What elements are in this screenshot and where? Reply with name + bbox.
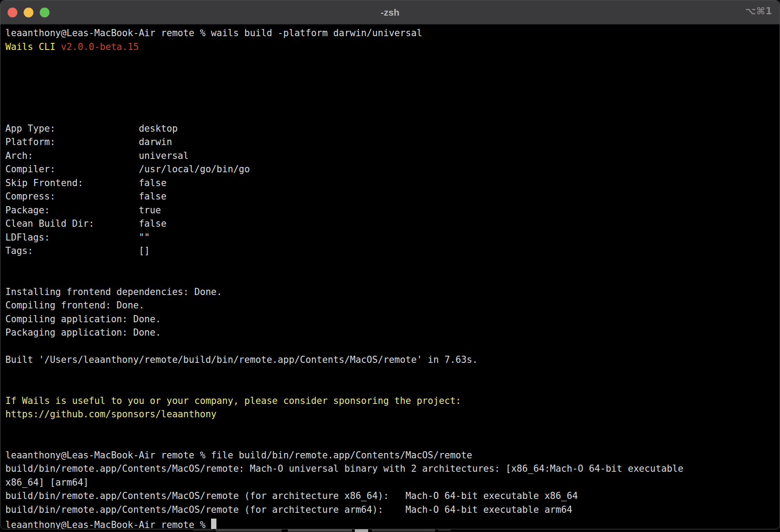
- titlebar[interactable]: -zsh ⌥⌘1: [0, 0, 780, 25]
- fullscreen-button[interactable]: [40, 8, 50, 17]
- terminal-text-segment: App Type: desktop: [5, 123, 178, 134]
- terminal-line: [5, 380, 780, 394]
- terminal-text-segment: Installing frontend dependencies: Done.: [5, 287, 222, 297]
- terminal-text-segment: build/bin/remote.app/Contents/MacOS/remo…: [5, 490, 578, 501]
- tab-shortcut-label: ⌥⌘1: [745, 6, 772, 17]
- terminal-line: x86_64] [arm64]: [5, 476, 780, 490]
- terminal-text-segment: Compiler: /usr/local/go/bin/go: [5, 164, 250, 175]
- terminal-text-segment: leaanthony@Leas-MacBook-Air remote % fil…: [5, 450, 472, 461]
- terminal-text-segment: Built '/Users/leaanthony/remote/build/bi…: [5, 354, 478, 365]
- terminal-line: Skip Frontend: false: [5, 176, 780, 190]
- terminal-line: leaanthony@Leas-MacBook-Air remote % fil…: [5, 449, 780, 462]
- sliver-fragment: [438, 529, 451, 531]
- terminal-text-segment: Clean Build Dir: false: [5, 218, 166, 229]
- terminal-line: Tags: []: [5, 244, 780, 258]
- terminal-line: build/bin/remote.app/Contents/MacOS/remo…: [5, 462, 780, 476]
- terminal-text-segment: Compiling frontend: Done.: [5, 300, 144, 311]
- terminal-line: Package: true: [5, 204, 780, 217]
- terminal-line: Arch: universal: [5, 149, 780, 163]
- terminal-window: -zsh ⌥⌘1 leaanthony@Leas-MacBook-Air rem…: [0, 0, 780, 529]
- terminal-line: build/bin/remote.app/Contents/MacOS/remo…: [5, 503, 780, 517]
- terminal-text-segment: Arch: universal: [5, 150, 189, 161]
- sliver-fragment: [216, 529, 282, 532]
- terminal-text-segment: leaanthony@Leas-MacBook-Air remote % wai…: [5, 28, 422, 38]
- terminal-line: [5, 435, 780, 449]
- terminal-line: leaanthony@Leas-MacBook-Air remote %: [5, 516, 780, 529]
- terminal-line: Clean Build Dir: false: [5, 217, 780, 231]
- terminal-line: Wails CLI v2.0.0-beta.15: [5, 40, 780, 54]
- terminal-text-segment: Tags: []: [5, 245, 150, 256]
- terminal-line: Packaging application: Done.: [5, 326, 780, 340]
- window-title: -zsh: [381, 7, 399, 18]
- traffic-lights: [8, 8, 50, 17]
- terminal-line: [5, 67, 780, 81]
- terminal-line: [5, 421, 780, 435]
- terminal-text-segment: LDFlags: "": [5, 232, 150, 243]
- terminal-line: [5, 340, 780, 353]
- cursor-block: [211, 519, 217, 529]
- terminal-line: Installing frontend dependencies: Done.: [5, 285, 780, 299]
- sliver-fragment: [288, 529, 352, 532]
- terminal-line: [5, 95, 780, 108]
- terminal-text-segment: Compiling application: Done.: [5, 314, 161, 324]
- terminal-text-segment: x86_64] [arm64]: [5, 477, 89, 488]
- sliver-fragment: [372, 529, 435, 532]
- terminal-line: Built '/Users/leaanthony/remote/build/bi…: [5, 353, 780, 367]
- terminal-text-segment: Platform: darwin: [5, 137, 172, 147]
- terminal-line: Compress: false: [5, 190, 780, 204]
- terminal-line: Platform: darwin: [5, 135, 780, 149]
- terminal-text-segment: Compress: false: [5, 191, 166, 202]
- terminal-line: [5, 367, 780, 381]
- terminal-text-segment: v2.0.0-beta.15: [61, 42, 139, 52]
- terminal-text-segment: https://github.com/sponsors/leaanthony: [5, 409, 216, 420]
- terminal-line: Compiling application: Done.: [5, 312, 780, 326]
- terminal-line: App Type: desktop: [5, 122, 780, 136]
- sliver-fragment: [355, 529, 368, 532]
- terminal-line: https://github.com/sponsors/leaanthony: [5, 407, 780, 421]
- terminal-text-segment: If Wails is useful to you or your compan…: [5, 395, 461, 406]
- terminal-line: [5, 108, 780, 122]
- terminal-line: If Wails is useful to you or your compan…: [5, 394, 780, 408]
- terminal-output[interactable]: leaanthony@Leas-MacBook-Air remote % wai…: [0, 25, 780, 529]
- terminal-text-segment: build/bin/remote.app/Contents/MacOS/remo…: [5, 463, 689, 474]
- terminal-text-segment: build/bin/remote.app/Contents/MacOS/remo…: [5, 504, 572, 515]
- terminal-line: LDFlags: "": [5, 231, 780, 245]
- sliver-fragment: [193, 529, 213, 531]
- background-window-sliver: [0, 529, 780, 532]
- terminal-text-segment: Package: true: [5, 205, 161, 216]
- terminal-text-segment: Wails CLI: [5, 42, 61, 52]
- terminal-line: Compiler: /usr/local/go/bin/go: [5, 162, 780, 176]
- close-button[interactable]: [8, 8, 17, 17]
- terminal-line: [5, 54, 780, 67]
- minimize-button[interactable]: [24, 8, 33, 17]
- terminal-line: [5, 81, 780, 95]
- terminal-line: leaanthony@Leas-MacBook-Air remote % wai…: [5, 26, 780, 40]
- terminal-text-segment: Packaging application: Done.: [5, 327, 161, 338]
- terminal-line: [5, 258, 780, 272]
- terminal-text-segment: Skip Frontend: false: [5, 178, 166, 188]
- terminal-line: build/bin/remote.app/Contents/MacOS/remo…: [5, 489, 780, 503]
- terminal-line: [5, 271, 780, 285]
- terminal-line: Compiling frontend: Done.: [5, 299, 780, 312]
- terminal-text-segment: leaanthony@Leas-MacBook-Air remote %: [5, 520, 211, 529]
